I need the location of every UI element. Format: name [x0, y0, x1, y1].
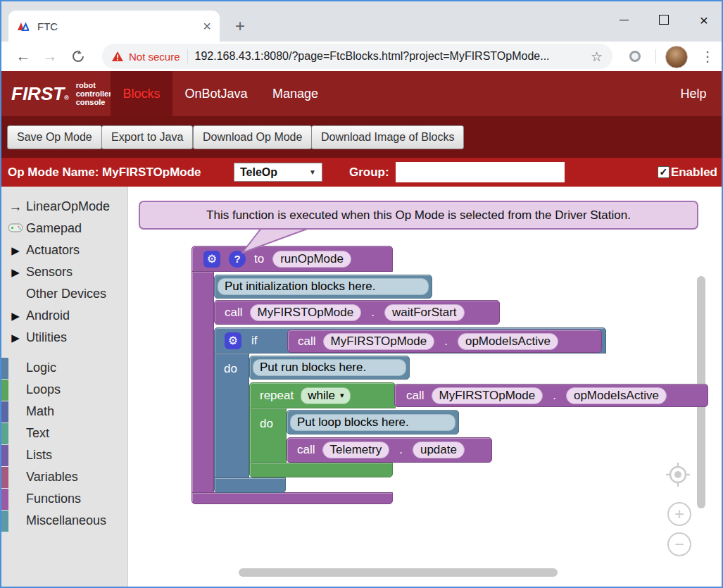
extension-icon[interactable]	[629, 51, 641, 62]
block-if-footer[interactable]	[214, 477, 286, 493]
call-method-field[interactable]: waitForStart	[384, 304, 465, 321]
sidebar-item-sensors[interactable]: ▶Sensors	[1, 261, 128, 283]
sidebar-category-logic[interactable]: Logic	[1, 357, 128, 379]
window-close-button[interactable]: ×	[692, 8, 716, 31]
while-dropdown[interactable]: while▾	[301, 387, 351, 404]
expand-triangle-icon: ▶	[6, 266, 25, 279]
opmode-type-value: TeleOp	[240, 166, 277, 179]
sidebar-category-miscellaneous[interactable]: Miscellaneous	[1, 510, 128, 532]
call-target-field[interactable]: MyFIRSTOpMode	[323, 333, 435, 350]
block-runopmode-footer[interactable]	[191, 492, 393, 504]
sidebar-category-loops[interactable]: Loops	[1, 379, 128, 401]
dot-separator: .	[371, 306, 375, 320]
block-if-spine[interactable]: do	[214, 353, 249, 479]
expand-triangle-icon: ▶	[6, 244, 25, 257]
nav-tab-blocks[interactable]: Blocks	[111, 71, 172, 116]
call-method-field[interactable]: opModeIsActive	[458, 333, 558, 350]
enabled-checkbox[interactable]: ✓	[658, 166, 669, 178]
proc-keyword: to	[254, 252, 264, 266]
back-button[interactable]: ←	[12, 45, 34, 68]
if-keyword: if	[251, 334, 258, 348]
sidebar-item-linearopmode[interactable]: →LinearOpMode	[1, 196, 128, 218]
nav-tab-onbotjava[interactable]: OnBotJava	[181, 71, 251, 116]
sidebar-item-utilities[interactable]: ▶Utilities	[1, 327, 128, 349]
call-method-field[interactable]: opModeIsActive	[566, 387, 667, 404]
run-comment-field[interactable]: Put run blocks here.	[253, 359, 406, 376]
sidebar-category-variables[interactable]: Variables	[1, 466, 128, 488]
new-tab-button[interactable]: +	[230, 15, 251, 37]
sidebar-category-functions[interactable]: Functions	[1, 488, 128, 510]
logo-subtitle: robot controller console	[76, 81, 112, 106]
block-repeat-header[interactable]: repeat while▾	[249, 382, 396, 408]
security-warning-label[interactable]: Not secure	[129, 51, 180, 63]
app-header: FIRST® robot controller console Blocks O…	[1, 71, 722, 116]
opmode-type-select[interactable]: TeleOp ▼	[234, 163, 322, 182]
browser-toolbar: ← → Not secure 192.168.43.1:8080/?page=F…	[1, 42, 722, 71]
block-runopmode-spine[interactable]	[191, 271, 214, 493]
browser-window: FTC × + × ← → Not secure 192.168.43.1:80…	[0, 0, 723, 588]
do-keyword: do	[260, 417, 273, 431]
maximize-icon	[659, 15, 669, 25]
comment-bubble[interactable]: This function is executed when this Op M…	[139, 201, 698, 230]
block-if-header[interactable]: ⚙ if call MyFIRSTOpMode . opModeIsActive	[214, 327, 606, 354]
sidebar-item-other-devices[interactable]: Other Devices	[1, 283, 128, 305]
sidebar-category-math[interactable]: Math	[1, 401, 128, 423]
block-init-comment[interactable]: Put initialization blocks here.	[214, 275, 432, 299]
action-bar: Save Op Mode Export to Java Download Op …	[1, 116, 722, 158]
refresh-icon	[72, 50, 84, 63]
block-call-opmodeisactive-condition[interactable]: call MyFIRSTOpMode . opModeIsActive	[287, 330, 602, 353]
mutator-gear-icon[interactable]: ⚙	[203, 251, 220, 268]
block-call-telemetry-update[interactable]: call Telemetry . update	[287, 437, 492, 463]
block-repeat-spine[interactable]: do	[249, 408, 287, 463]
forward-button[interactable]: →	[39, 45, 61, 68]
init-comment-field[interactable]: Put initialization blocks here.	[218, 278, 429, 295]
window-maximize-button[interactable]	[652, 8, 676, 31]
download-opmode-button[interactable]: Download Op Mode	[193, 125, 312, 149]
logo-registered-mark: ®	[64, 94, 69, 101]
download-image-button[interactable]: Download Image of Blocks	[311, 125, 464, 149]
sidebar-category-text[interactable]: Text	[1, 423, 128, 444]
ftc-favicon-icon	[17, 21, 29, 31]
close-icon: ×	[700, 13, 708, 27]
zoom-out-button[interactable]: −	[667, 532, 691, 556]
browser-tab-ftc[interactable]: FTC ×	[8, 11, 220, 42]
opmode-bar: Op Mode Name: MyFIRSTOpMode TeleOp ▼ Gro…	[1, 158, 722, 187]
comment-bubble-tail	[234, 227, 318, 254]
horizontal-scrollbar[interactable]	[239, 568, 558, 577]
block-call-waitforstart[interactable]: call MyFIRSTOpMode . waitForStart	[214, 300, 500, 325]
call-target-field[interactable]: Telemetry	[322, 442, 390, 458]
mutator-gear-icon[interactable]: ⚙	[225, 332, 241, 349]
nav-tab-manage[interactable]: Manage	[269, 71, 322, 116]
call-target-field[interactable]: MyFIRSTOpMode	[250, 304, 362, 321]
refresh-button[interactable]	[67, 45, 89, 68]
address-divider	[187, 49, 188, 63]
profile-avatar[interactable]	[665, 46, 688, 68]
zoom-reset-button[interactable]	[665, 461, 691, 488]
loop-comment-field[interactable]: Put loop blocks here.	[290, 414, 455, 431]
url-text[interactable]: 192.168.43.1:8080/?page=FtcBlocks.html?p…	[195, 50, 584, 63]
call-method-field[interactable]: update	[413, 442, 465, 458]
group-input[interactable]	[396, 162, 565, 182]
tab-title: FTC	[37, 20, 203, 32]
block-loop-comment[interactable]: Put loop blocks here.	[287, 410, 459, 434]
tab-close-icon[interactable]: ×	[203, 19, 211, 33]
block-call-opmodeisactive-loop[interactable]: call MyFIRSTOpMode . opModeIsActive	[394, 384, 708, 407]
save-opmode-button[interactable]: Save Op Mode	[7, 125, 102, 149]
tab-strip: FTC × + ×	[1, 1, 722, 42]
help-link[interactable]: Help	[676, 71, 711, 116]
sidebar-item-android[interactable]: ▶Android	[1, 305, 128, 327]
address-bar[interactable]: Not secure 192.168.43.1:8080/?page=FtcBl…	[102, 44, 612, 69]
sidebar-category-lists[interactable]: Lists	[1, 444, 128, 466]
dropdown-caret-icon: ▾	[340, 391, 344, 400]
call-target-field[interactable]: MyFIRSTOpMode	[432, 387, 543, 404]
window-minimize-button[interactable]	[612, 8, 636, 31]
sidebar-item-gamepad[interactable]: Gamepad	[1, 218, 128, 239]
export-to-java-button[interactable]: Export to Java	[101, 125, 193, 149]
blocks-workspace[interactable]: This function is executed when this Op M…	[128, 187, 723, 588]
block-run-comment[interactable]: Put run blocks here.	[249, 356, 410, 380]
block-repeat-footer[interactable]	[249, 463, 393, 477]
browser-menu-button[interactable]: ⋮	[697, 45, 718, 68]
zoom-in-button[interactable]: +	[667, 502, 691, 526]
sidebar-item-actuators[interactable]: ▶Actuators	[1, 239, 128, 261]
bookmark-star-icon[interactable]: ☆	[591, 49, 603, 65]
